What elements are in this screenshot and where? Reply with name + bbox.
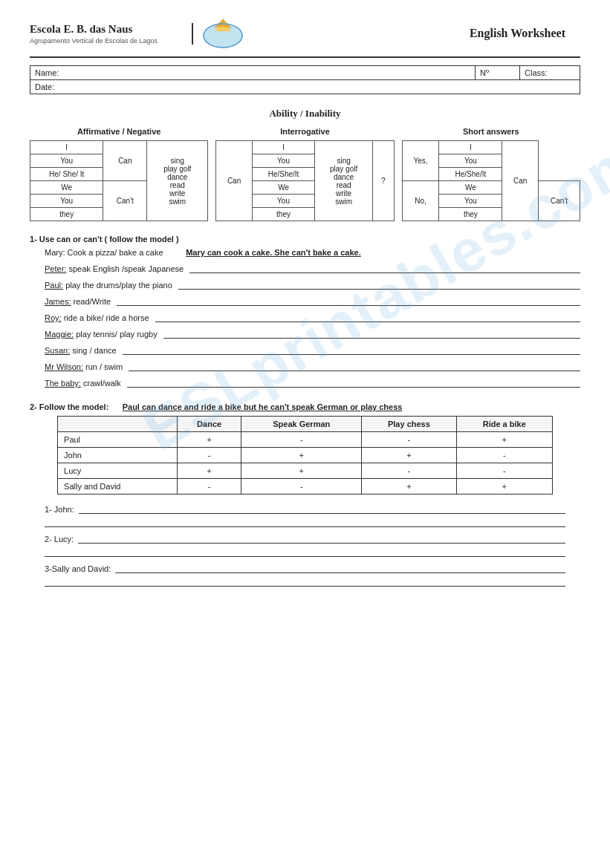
exercise2-answer-group: 2- Lucy: [30, 533, 580, 557]
exercise1-answer-line [129, 361, 580, 371]
exercise1-item: Paul: play the drums/play the piano [45, 279, 580, 290]
exercise1-item: The baby: crawl/walk [45, 377, 580, 388]
school-info: Escola E. B. das Naus Agrupamento Vertic… [30, 23, 193, 45]
interrogative-table: Can I singplay golfdancereadwriteswim ? … [215, 140, 394, 221]
int-can-cell: Can [216, 141, 252, 221]
cant-cell: Can't [103, 181, 147, 221]
sa-pronoun-heshit: He/She/It [439, 168, 502, 181]
int-question-mark: ? [372, 141, 394, 221]
col-speak-german: Speak German [241, 417, 362, 432]
exercise2-table-body: Paul + - - + John - + + - Lucy + + - - S… [58, 432, 553, 495]
short-answers-title: Short answers [402, 127, 580, 136]
exercise1-item: James: read/Write [45, 296, 580, 306]
row-dance: + [178, 463, 241, 479]
exercise2-answer-row: 3-Sally and David: [45, 563, 565, 573]
exercise2-answer-group: 3-Sally and David: [30, 563, 580, 587]
exercise1-answer-line [127, 377, 580, 388]
exercise1-model-prompt: Mary: Cook a pizza/ bake a cake [45, 248, 163, 257]
exercise2-answers: 1- John: 2- Lucy: 3-Sally and David: [30, 503, 580, 587]
date-label: Date: [30, 80, 580, 94]
logo-svg [201, 15, 245, 52]
exercise1-section: 1- Use can or can't ( follow the model )… [30, 235, 580, 388]
exercise2-title: 2- Follow the model: Paul can dance and … [30, 402, 580, 411]
exercise1-item-name: Peter: [45, 264, 66, 273]
class-label: Class: [520, 66, 580, 79]
row-name: Sally and David [58, 479, 178, 495]
name-label: Name: [30, 66, 476, 79]
col-ride-bike: Ride a bike [456, 417, 552, 432]
exercise1-item-prompt: Roy: ride a bike/ ride a horse [45, 313, 149, 322]
exercise2-answer-line1 [115, 563, 565, 573]
worksheet-title: English Worksheet [253, 27, 580, 40]
int-pronoun-i: I [252, 141, 315, 154]
col-dance: Dance [178, 417, 241, 432]
sa-pronoun-you2: You [439, 195, 502, 208]
row-name: John [58, 448, 178, 463]
exercise1-item-prompt: The baby: crawl/walk [45, 379, 121, 388]
int-pronoun-heshit: He/She/It [252, 168, 315, 181]
int-pronoun-we: We [252, 181, 315, 195]
exercise1-item: Maggie: play tennis/ play rugby [45, 328, 580, 339]
affirmative-negative-block: Affirmative / Negative I Can singplay go… [30, 127, 208, 221]
row-ride-bike: + [456, 479, 552, 495]
exercise1-item-name: Paul: [45, 281, 63, 290]
exercise2-section: 2- Follow the model: Paul can dance and … [30, 402, 580, 587]
exercise1-model: Mary: Cook a pizza/ bake a cake Mary can… [45, 248, 580, 257]
exercise1-item-prompt: Maggie: play tennis/ play rugby [45, 330, 158, 339]
exercise2-answer-line2 [45, 576, 565, 587]
row-name: Paul [58, 432, 178, 448]
interrogative-block: Interrogative Can I singplay golfdancere… [215, 127, 394, 221]
row-dance: - [178, 479, 241, 495]
row-ride-bike: - [456, 463, 552, 479]
exercise2-answer-group: 1- John: [30, 503, 580, 527]
exercise1-item-prompt: Susan: sing / dance [45, 346, 117, 355]
exercise2-answer-label: 2- Lucy: [45, 535, 74, 544]
exercise1-answer-line [117, 296, 580, 306]
exercise1-item-prompt: Peter: speak English /speak Japanese [45, 264, 184, 273]
row-speak-german: + [241, 463, 362, 479]
row-play-chess: - [362, 463, 456, 479]
school-logo [193, 15, 253, 52]
section-title: Ability / Inability [30, 108, 580, 120]
table-row: Sally and David - - + + [58, 479, 553, 495]
row-ride-bike: - [456, 448, 552, 463]
yes-cell: Yes, [402, 141, 439, 181]
exercise1-item-name: Roy: [45, 313, 62, 322]
row-play-chess: + [362, 448, 456, 463]
pronoun-heshit: He/ She/ It [30, 168, 103, 181]
exercise1-item: Susan: sing / dance [45, 345, 580, 355]
exercise1-answer-line [189, 263, 580, 273]
exercise2-answer-row: 1- John: [45, 503, 565, 514]
table-row: Lucy + + - - [58, 463, 553, 479]
exercise2-answer-line2 [45, 546, 565, 557]
grammar-section: Affirmative / Negative I Can singplay go… [30, 127, 580, 221]
pronoun-we: We [30, 181, 103, 195]
col-play-chess: Play chess [362, 417, 456, 432]
pronoun-you2: You [30, 195, 103, 208]
exercise1-answer-line [155, 312, 580, 322]
exercise2-answer-label: 3-Sally and David: [45, 564, 111, 573]
row-ride-bike: + [456, 432, 552, 448]
col-name [58, 417, 178, 432]
sa-pronoun-i: I [439, 141, 502, 154]
exercise1-item: Peter: speak English /speak Japanese [45, 263, 580, 273]
row-play-chess: - [362, 432, 456, 448]
sa-pronoun-they: they [439, 208, 502, 221]
row-name: Lucy [58, 463, 178, 479]
exercise2-answer-label: 1- John: [45, 505, 74, 514]
row-speak-german: + [241, 448, 362, 463]
pronoun-you: You [30, 154, 103, 168]
exercise1-answer-line [123, 345, 580, 355]
row-play-chess: + [362, 479, 456, 495]
exercise2-answer-row: 2- Lucy: [45, 533, 565, 544]
row-dance: + [178, 432, 241, 448]
exercise2-answer-line1 [79, 503, 565, 514]
exercise1-item-prompt: James: read/Write [45, 297, 111, 306]
exercise1-item: Roy: ride a bike/ ride a horse [45, 312, 580, 322]
header: Escola E. B. das Naus Agrupamento Vertic… [30, 15, 580, 58]
exercise1-item-name: Mr Wilson: [45, 362, 83, 371]
int-pronoun-they: they [252, 208, 315, 221]
int-pronoun-you: You [252, 154, 315, 168]
exercise1-items: Peter: speak English /speak Japanese Pau… [30, 263, 580, 388]
exercise1-model-answer: Mary can cook a cake. She can't bake a c… [186, 248, 361, 257]
